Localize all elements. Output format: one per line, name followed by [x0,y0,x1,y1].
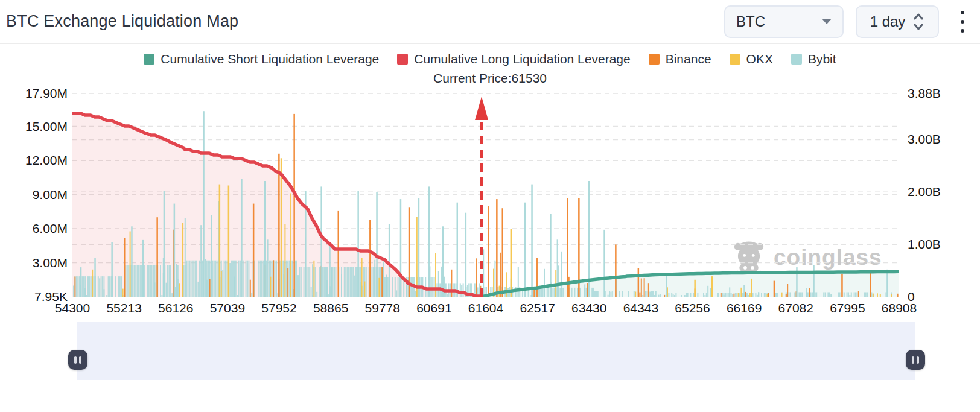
x-axis-tick: 68908 [869,300,929,316]
legend-item[interactable]: Binance [649,52,711,66]
current-price-label: Current Price:61530 [381,71,599,86]
legend-item[interactable]: Bybit [791,52,836,66]
legend-label: Cumulative Long Liquidation Leverage [414,52,630,66]
legend-label: Binance [666,52,711,66]
legend-swatch [144,54,154,65]
coin-select[interactable]: BTC [724,5,844,38]
coin-select-value: BTC [736,13,765,30]
navigator-left-handle[interactable] [68,350,88,370]
kebab-dot [961,20,964,24]
pause-icon [79,356,81,364]
legend-label: OKX [746,52,773,66]
left-axis-tick: 17.90M [0,86,68,101]
right-axis-tick: 1.00B [908,236,974,252]
pause-icon [917,356,919,364]
liquidation-chart-canvas[interactable] [72,93,899,297]
legend-swatch [649,54,660,65]
left-axis-tick: 6.00M [0,221,68,236]
more-options-button[interactable] [955,5,970,38]
right-axis-tick: 3.88B [908,86,974,101]
kebab-dot [961,11,964,14]
right-axis-tick: 2.00B [908,184,974,200]
pause-icon [74,356,77,364]
interval-value: 1 day [870,13,906,30]
interval-stepper[interactable]: 1 day [856,5,939,38]
navigator-right-handle[interactable] [906,350,925,370]
legend-label: Bybit [808,52,836,66]
legend-item[interactable]: Cumulative Short Liquidation Leverage [144,52,379,66]
navigator-track[interactable] [77,322,915,380]
left-axis-tick: 12.00M [0,153,68,168]
chart-legend: Cumulative Short Liquidation LeverageCum… [0,52,980,66]
page-title: BTC Exchange Liquidation Map [6,12,238,31]
header: BTC Exchange Liquidation Map BTC 1 day [0,0,980,44]
pause-icon [912,356,914,364]
liquidation-map-widget: BTC Exchange Liquidation Map BTC 1 day C… [0,0,980,412]
right-axis-tick: 3.00B [908,132,974,147]
legend-swatch [730,54,740,65]
left-axis-tick: 3.00M [0,255,68,271]
kebab-dot [961,29,964,33]
legend-item[interactable]: OKX [730,52,773,66]
legend-swatch [397,54,408,65]
left-axis-tick: 9.00M [0,187,68,203]
left-axis-tick: 15.00M [0,119,68,135]
chevron-down-icon [822,19,832,24]
legend-item[interactable]: Cumulative Long Liquidation Leverage [397,52,630,66]
up-down-chevrons-icon [912,12,924,31]
legend-swatch [791,54,802,65]
legend-label: Cumulative Short Liquidation Leverage [161,52,379,66]
